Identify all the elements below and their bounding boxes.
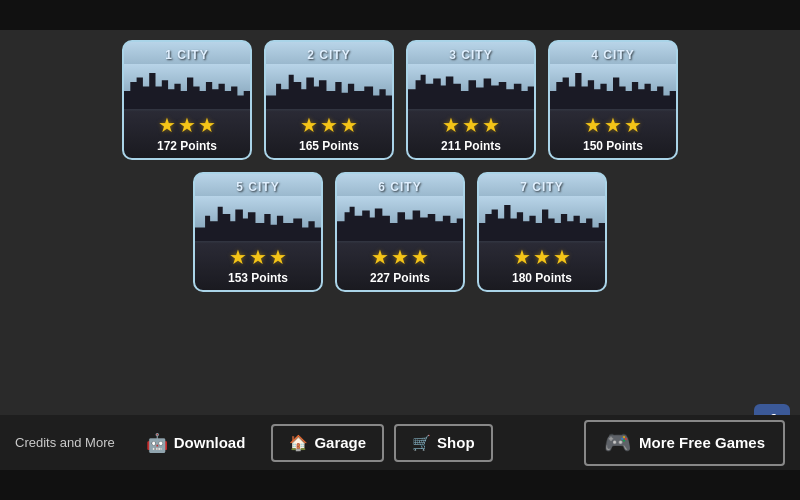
city-label-1: 1 CITY: [165, 48, 208, 62]
download-button[interactable]: 🤖 Download: [130, 424, 262, 462]
city-points-2: 165 Points: [299, 139, 359, 153]
top-bar: [0, 0, 800, 30]
city-points-7: 180 Points: [512, 271, 572, 285]
city-points-3: 211 Points: [441, 139, 501, 153]
city-stars-3: ★★★: [442, 113, 500, 137]
city-label-3: 3 CITY: [449, 48, 492, 62]
city-skyline-6: [337, 196, 463, 241]
credits-label[interactable]: Credits and More: [15, 435, 115, 450]
shop-button[interactable]: 🛒 Shop: [394, 424, 493, 462]
city-skyline-5: [195, 196, 321, 241]
download-label: Download: [174, 434, 246, 451]
city-card-6[interactable]: 6 CITY ★★★227 Points: [335, 172, 465, 292]
city-skyline-1: [124, 64, 250, 109]
city-skyline-2: [266, 64, 392, 109]
city-points-6: 227 Points: [370, 271, 430, 285]
star-4-1: ★: [584, 113, 602, 137]
star-4-3: ★: [624, 113, 642, 137]
city-label-6: 6 CITY: [378, 180, 421, 194]
bottom-bar: [0, 470, 800, 500]
star-3-2: ★: [462, 113, 480, 137]
shop-label: Shop: [437, 434, 475, 451]
star-7-2: ★: [533, 245, 551, 269]
star-6-2: ★: [391, 245, 409, 269]
star-1-2: ★: [178, 113, 196, 137]
star-2-3: ★: [340, 113, 358, 137]
city-stars-4: ★★★: [584, 113, 642, 137]
star-3-1: ★: [442, 113, 460, 137]
star-7-3: ★: [553, 245, 571, 269]
city-card-3[interactable]: 3 CITY ★★★211 Points: [406, 40, 536, 160]
star-1-1: ★: [158, 113, 176, 137]
star-3-3: ★: [482, 113, 500, 137]
star-5-1: ★: [229, 245, 247, 269]
city-stars-2: ★★★: [300, 113, 358, 137]
city-label-5: 5 CITY: [236, 180, 279, 194]
star-2-1: ★: [300, 113, 318, 137]
star-6-1: ★: [371, 245, 389, 269]
star-2-2: ★: [320, 113, 338, 137]
garage-button[interactable]: 🏠 Garage: [271, 424, 384, 462]
city-row-1: 1 CITY ★★★172 Points2 CITY: [30, 40, 770, 160]
city-points-5: 153 Points: [228, 271, 288, 285]
star-7-1: ★: [513, 245, 531, 269]
city-stars-6: ★★★: [371, 245, 429, 269]
city-row-2: 5 CITY ★★★153 Points6 CITY: [30, 172, 770, 292]
city-points-4: 150 Points: [583, 139, 643, 153]
city-skyline-3: [408, 64, 534, 109]
star-1-3: ★: [198, 113, 216, 137]
city-label-4: 4 CITY: [591, 48, 634, 62]
star-5-3: ★: [269, 245, 287, 269]
shop-icon: 🛒: [412, 434, 431, 452]
city-skyline-4: [550, 64, 676, 109]
garage-label: Garage: [314, 434, 366, 451]
gamepad-icon: 🎮: [604, 430, 631, 456]
city-card-5[interactable]: 5 CITY ★★★153 Points: [193, 172, 323, 292]
city-stars-7: ★★★: [513, 245, 571, 269]
city-label-2: 2 CITY: [307, 48, 350, 62]
star-6-3: ★: [411, 245, 429, 269]
main-content: 1 CITY ★★★172 Points2 CITY: [0, 30, 800, 292]
city-card-7[interactable]: 7 CITY ★★★180 Points: [477, 172, 607, 292]
city-card-1[interactable]: 1 CITY ★★★172 Points: [122, 40, 252, 160]
city-stars-1: ★★★: [158, 113, 216, 137]
city-card-4[interactable]: 4 CITY ★★★150 Points: [548, 40, 678, 160]
city-card-2[interactable]: 2 CITY ★★★165 Points: [264, 40, 394, 160]
garage-icon: 🏠: [289, 434, 308, 452]
city-stars-5: ★★★: [229, 245, 287, 269]
android-icon: 🤖: [146, 432, 168, 454]
more-games-label: More Free Games: [639, 434, 765, 451]
toolbar: Credits and More 🤖 Download 🏠 Garage 🛒 S…: [0, 415, 800, 470]
star-4-2: ★: [604, 113, 622, 137]
city-points-1: 172 Points: [157, 139, 217, 153]
more-games-button[interactable]: 🎮 More Free Games: [584, 420, 785, 466]
city-label-7: 7 CITY: [520, 180, 563, 194]
star-5-2: ★: [249, 245, 267, 269]
city-skyline-7: [479, 196, 605, 241]
